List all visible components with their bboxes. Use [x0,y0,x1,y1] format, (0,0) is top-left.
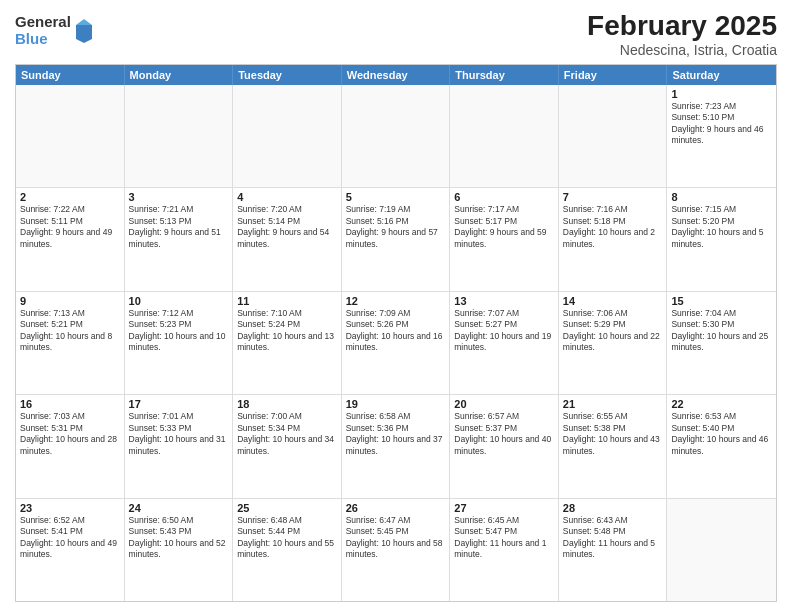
day-info: Sunrise: 7:04 AM Sunset: 5:30 PM Dayligh… [671,308,772,354]
weekday-header: Wednesday [342,65,451,85]
calendar-row: 2Sunrise: 7:22 AM Sunset: 5:11 PM Daylig… [16,187,776,290]
day-number: 24 [129,502,229,514]
logo-text: General Blue [15,14,71,47]
day-number: 20 [454,398,554,410]
svg-marker-1 [76,19,92,25]
day-number: 11 [237,295,337,307]
day-number: 28 [563,502,663,514]
day-number: 15 [671,295,772,307]
day-info: Sunrise: 7:21 AM Sunset: 5:13 PM Dayligh… [129,204,229,250]
day-info: Sunrise: 7:12 AM Sunset: 5:23 PM Dayligh… [129,308,229,354]
calendar-cell [125,85,234,187]
header: General Blue February 2025 Nedescina, Is… [15,10,777,58]
day-number: 14 [563,295,663,307]
day-number: 18 [237,398,337,410]
calendar-cell: 9Sunrise: 7:13 AM Sunset: 5:21 PM Daylig… [16,292,125,394]
calendar-cell: 21Sunrise: 6:55 AM Sunset: 5:38 PM Dayli… [559,395,668,497]
day-number: 4 [237,191,337,203]
day-info: Sunrise: 6:45 AM Sunset: 5:47 PM Dayligh… [454,515,554,561]
day-info: Sunrise: 7:22 AM Sunset: 5:11 PM Dayligh… [20,204,120,250]
day-info: Sunrise: 7:13 AM Sunset: 5:21 PM Dayligh… [20,308,120,354]
day-info: Sunrise: 6:55 AM Sunset: 5:38 PM Dayligh… [563,411,663,457]
weekday-header: Sunday [16,65,125,85]
calendar-cell: 1Sunrise: 7:23 AM Sunset: 5:10 PM Daylig… [667,85,776,187]
calendar-header: SundayMondayTuesdayWednesdayThursdayFrid… [16,65,776,85]
calendar-cell: 8Sunrise: 7:15 AM Sunset: 5:20 PM Daylig… [667,188,776,290]
day-number: 2 [20,191,120,203]
weekday-header: Saturday [667,65,776,85]
title-block: February 2025 Nedescina, Istria, Croatia [587,10,777,58]
calendar-cell [342,85,451,187]
weekday-header: Thursday [450,65,559,85]
day-number: 12 [346,295,446,307]
calendar-cell [559,85,668,187]
calendar-cell: 19Sunrise: 6:58 AM Sunset: 5:36 PM Dayli… [342,395,451,497]
calendar-cell: 13Sunrise: 7:07 AM Sunset: 5:27 PM Dayli… [450,292,559,394]
day-info: Sunrise: 7:23 AM Sunset: 5:10 PM Dayligh… [671,101,772,147]
calendar-row: 1Sunrise: 7:23 AM Sunset: 5:10 PM Daylig… [16,85,776,187]
calendar-cell: 7Sunrise: 7:16 AM Sunset: 5:18 PM Daylig… [559,188,668,290]
day-info: Sunrise: 7:00 AM Sunset: 5:34 PM Dayligh… [237,411,337,457]
calendar-cell [667,499,776,601]
calendar-row: 16Sunrise: 7:03 AM Sunset: 5:31 PM Dayli… [16,394,776,497]
calendar-cell: 27Sunrise: 6:45 AM Sunset: 5:47 PM Dayli… [450,499,559,601]
logo-blue: Blue [15,31,71,48]
day-number: 17 [129,398,229,410]
subtitle: Nedescina, Istria, Croatia [587,42,777,58]
day-info: Sunrise: 7:03 AM Sunset: 5:31 PM Dayligh… [20,411,120,457]
calendar-cell: 22Sunrise: 6:53 AM Sunset: 5:40 PM Dayli… [667,395,776,497]
day-number: 25 [237,502,337,514]
calendar-cell: 15Sunrise: 7:04 AM Sunset: 5:30 PM Dayli… [667,292,776,394]
calendar-cell: 5Sunrise: 7:19 AM Sunset: 5:16 PM Daylig… [342,188,451,290]
calendar-cell: 10Sunrise: 7:12 AM Sunset: 5:23 PM Dayli… [125,292,234,394]
day-info: Sunrise: 7:07 AM Sunset: 5:27 PM Dayligh… [454,308,554,354]
calendar-row: 23Sunrise: 6:52 AM Sunset: 5:41 PM Dayli… [16,498,776,601]
logo-general: General [15,14,71,31]
day-info: Sunrise: 6:58 AM Sunset: 5:36 PM Dayligh… [346,411,446,457]
day-number: 1 [671,88,772,100]
day-number: 23 [20,502,120,514]
day-number: 22 [671,398,772,410]
page: General Blue February 2025 Nedescina, Is… [0,0,792,612]
calendar-cell: 3Sunrise: 7:21 AM Sunset: 5:13 PM Daylig… [125,188,234,290]
calendar-cell: 25Sunrise: 6:48 AM Sunset: 5:44 PM Dayli… [233,499,342,601]
day-info: Sunrise: 6:48 AM Sunset: 5:44 PM Dayligh… [237,515,337,561]
day-info: Sunrise: 6:50 AM Sunset: 5:43 PM Dayligh… [129,515,229,561]
day-number: 26 [346,502,446,514]
calendar-cell: 18Sunrise: 7:00 AM Sunset: 5:34 PM Dayli… [233,395,342,497]
calendar-cell: 6Sunrise: 7:17 AM Sunset: 5:17 PM Daylig… [450,188,559,290]
day-number: 8 [671,191,772,203]
day-info: Sunrise: 6:57 AM Sunset: 5:37 PM Dayligh… [454,411,554,457]
day-number: 9 [20,295,120,307]
day-info: Sunrise: 7:16 AM Sunset: 5:18 PM Dayligh… [563,204,663,250]
calendar-cell: 20Sunrise: 6:57 AM Sunset: 5:37 PM Dayli… [450,395,559,497]
svg-marker-0 [76,25,92,43]
weekday-header: Friday [559,65,668,85]
calendar-body: 1Sunrise: 7:23 AM Sunset: 5:10 PM Daylig… [16,85,776,601]
calendar-cell: 17Sunrise: 7:01 AM Sunset: 5:33 PM Dayli… [125,395,234,497]
calendar-row: 9Sunrise: 7:13 AM Sunset: 5:21 PM Daylig… [16,291,776,394]
day-info: Sunrise: 7:19 AM Sunset: 5:16 PM Dayligh… [346,204,446,250]
day-info: Sunrise: 7:20 AM Sunset: 5:14 PM Dayligh… [237,204,337,250]
day-info: Sunrise: 6:43 AM Sunset: 5:48 PM Dayligh… [563,515,663,561]
calendar-cell: 24Sunrise: 6:50 AM Sunset: 5:43 PM Dayli… [125,499,234,601]
day-number: 16 [20,398,120,410]
logo: General Blue [15,14,94,47]
logo-icon [74,19,94,43]
day-info: Sunrise: 6:52 AM Sunset: 5:41 PM Dayligh… [20,515,120,561]
day-number: 19 [346,398,446,410]
weekday-header: Tuesday [233,65,342,85]
calendar-cell: 12Sunrise: 7:09 AM Sunset: 5:26 PM Dayli… [342,292,451,394]
calendar-cell: 28Sunrise: 6:43 AM Sunset: 5:48 PM Dayli… [559,499,668,601]
calendar-cell [16,85,125,187]
main-title: February 2025 [587,10,777,42]
calendar-cell: 4Sunrise: 7:20 AM Sunset: 5:14 PM Daylig… [233,188,342,290]
day-info: Sunrise: 6:53 AM Sunset: 5:40 PM Dayligh… [671,411,772,457]
day-info: Sunrise: 7:01 AM Sunset: 5:33 PM Dayligh… [129,411,229,457]
day-number: 10 [129,295,229,307]
calendar-cell: 2Sunrise: 7:22 AM Sunset: 5:11 PM Daylig… [16,188,125,290]
day-number: 7 [563,191,663,203]
calendar-cell: 14Sunrise: 7:06 AM Sunset: 5:29 PM Dayli… [559,292,668,394]
calendar: SundayMondayTuesdayWednesdayThursdayFrid… [15,64,777,602]
day-number: 6 [454,191,554,203]
